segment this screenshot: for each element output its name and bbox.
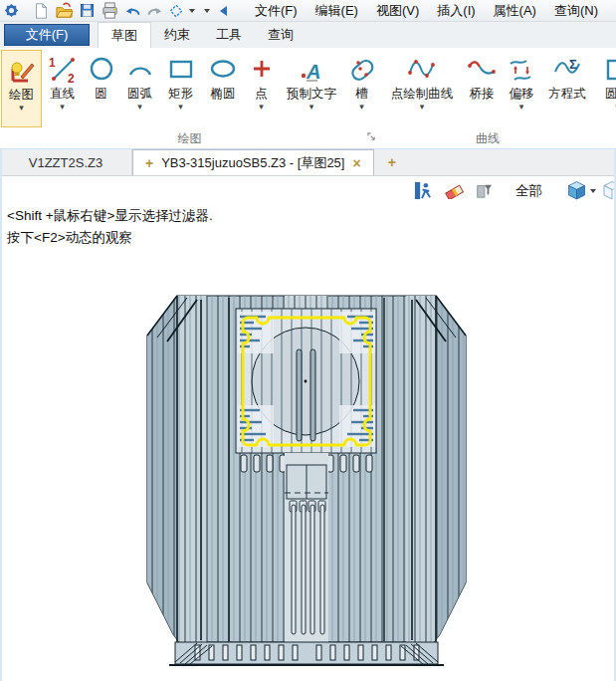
circle-label: 圆 [95,87,107,102]
ribbon-tab-bar: 文件(F) 草图 约束 工具 查询 [0,22,616,48]
draw-icon [7,54,37,88]
offset-caret[interactable]: ▾ [519,102,524,112]
quick-access-bar: 文件(F) 编辑(E) 视图(V) 插入(I) 属性(A) 查询(N) 工具(T… [0,0,616,22]
menu-insert[interactable]: 插入(I) [428,2,484,20]
arc-icon [125,53,155,87]
circle-button[interactable]: 圆 [83,50,119,127]
document-tab-inactive[interactable]: V1ZZT2S.Z3 [0,149,132,175]
arc-caret[interactable]: ▾ [137,102,142,112]
menu-file[interactable]: 文件(F) [246,2,307,20]
erase-icon[interactable] [445,182,464,203]
new-file-icon[interactable] [32,2,50,20]
bridge-icon [467,53,497,87]
ribbon-tab-constraint[interactable]: 约束 [151,22,203,48]
document-tab-bar: V1ZZT2S.Z3 + YB3-315juzuoSB5.Z3 - [草图25]… [0,149,616,176]
draw-group-label: 绘图 [0,130,379,147]
document-tab-active[interactable]: + YB3-315juzuoSB5.Z3 - [草图25] × [132,149,374,175]
ribbon-group-draw: 绘图 ▾ 1 2 直线 ▾ 圆 [0,48,379,148]
equation-button[interactable]: Σ 方程式 [541,50,593,127]
sketch-viewport[interactable] [139,288,476,670]
filter-icon[interactable] [475,182,493,203]
ribbon-tab-inquire[interactable]: 查询 [255,22,307,48]
ellipse-button[interactable]: 椭圆 [201,50,245,127]
fillet-button[interactable]: 圆角 ▾ [597,50,616,127]
menu-view[interactable]: 视图(V) [367,2,428,20]
ribbon-group-edit: 圆角 ▾ [596,48,616,148]
center-channel [285,453,328,642]
menu-edit[interactable]: 编辑(E) [307,2,367,20]
ribbon: 绘图 ▾ 1 2 直线 ▾ 圆 [0,48,616,149]
circle-icon [87,53,116,87]
point-icon [247,53,277,87]
prompt-line-1: <Shift +鼠标右键>显示选择过滤器. [7,205,213,227]
toolbar-options-caret-icon[interactable] [204,9,210,13]
bridge-button[interactable]: 桥接 [462,50,502,127]
line-caret[interactable]: ▾ [60,102,65,112]
menu-tools[interactable]: 工具(T) [607,2,616,20]
motor-part-drawing [139,288,476,670]
prompt-line-2: 按下<F2>动态的观察 [7,227,213,249]
point-button[interactable]: 点 ▾ [245,50,278,127]
ready-text-label: 预制文字 [287,87,336,102]
menu-inquire[interactable]: 查询(N) [545,2,607,20]
draw-caret[interactable]: ▾ [19,103,24,113]
curve-group-label: 曲线 [381,130,594,147]
window-border-left [0,149,2,681]
slot-icon [347,53,377,87]
rectangle-button[interactable]: 矩形 ▾ [160,50,201,127]
undo-icon[interactable] [124,2,141,20]
selection-filter-caret-icon[interactable] [189,9,195,13]
rectangle-caret[interactable]: ▾ [178,102,183,112]
line-label: 直线 [50,87,75,102]
ribbon-tab-tools[interactable]: 工具 [203,22,255,48]
line-button[interactable]: 1 2 直线 ▾ [42,50,83,127]
point-curve-caret[interactable]: ▾ [420,102,425,112]
offset-button[interactable]: 偏移 ▾ [502,50,541,127]
base-strip [169,642,444,665]
redo-icon[interactable] [146,2,163,20]
selection-filter-icon[interactable] [168,2,184,20]
point-label: 点 [255,87,268,102]
ribbon-tab-sketch[interactable]: 草图 [98,22,151,48]
view-cube-caret-icon[interactable] [590,189,596,193]
point-curve-button[interactable]: 点绘制曲线 ▾ [382,50,462,127]
ready-text-button[interactable]: A 预制文字 ▾ [278,50,345,127]
point-curve-icon [407,53,437,87]
tab-modified-icon: + [145,155,153,171]
exit-sketch-icon[interactable] [414,181,433,204]
ready-text-icon: A [297,53,326,87]
ribbon-group-curve: 点绘制曲线 ▾ 桥接 [381,48,594,148]
view-toolbar: 全部 [0,177,616,204]
line-icon: 1 2 [48,53,78,87]
save-icon[interactable] [79,2,96,20]
ready-text-caret[interactable]: ▾ [309,102,314,112]
menu-bar: 文件(F) 编辑(E) 视图(V) 插入(I) 属性(A) 查询(N) 工具(T… [246,2,616,20]
ribbon-tab-file[interactable]: 文件(F) [4,24,90,46]
svg-text:2: 2 [68,72,75,85]
dialog-launcher-icon[interactable] [367,127,376,145]
new-tab-button[interactable]: + [374,149,410,175]
ellipse-label: 椭圆 [211,87,236,102]
offset-label: 偏移 [510,87,534,102]
print-icon[interactable] [101,2,119,20]
equation-label: 方程式 [548,87,586,102]
filter-scope-label[interactable]: 全部 [515,182,542,200]
point-caret[interactable]: ▾ [259,102,264,112]
point-curve-label: 点绘制曲线 [391,87,454,102]
draw-label: 绘图 [9,88,34,103]
arc-button[interactable]: 圆弧 ▾ [119,50,160,127]
slot-label: 槽 [355,87,368,102]
open-file-icon[interactable] [55,2,74,20]
equation-icon: Σ [552,53,582,87]
slot-caret[interactable]: ▾ [359,102,364,112]
tab-close-icon[interactable]: × [352,155,360,171]
offset-icon [507,53,536,87]
draw-button[interactable]: 绘图 ▾ [1,50,42,127]
view-cube-icon[interactable] [566,180,587,205]
svg-text:A: A [306,61,320,83]
document-tab-active-label: YB3-315juzuoSB5.Z3 - [草图25] [161,154,344,172]
slot-button[interactable]: 槽 ▾ [345,50,378,127]
collapse-toolbar-icon[interactable] [220,6,227,16]
menu-attribute[interactable]: 属性(A) [485,2,545,20]
bridge-label: 桥接 [470,87,495,102]
